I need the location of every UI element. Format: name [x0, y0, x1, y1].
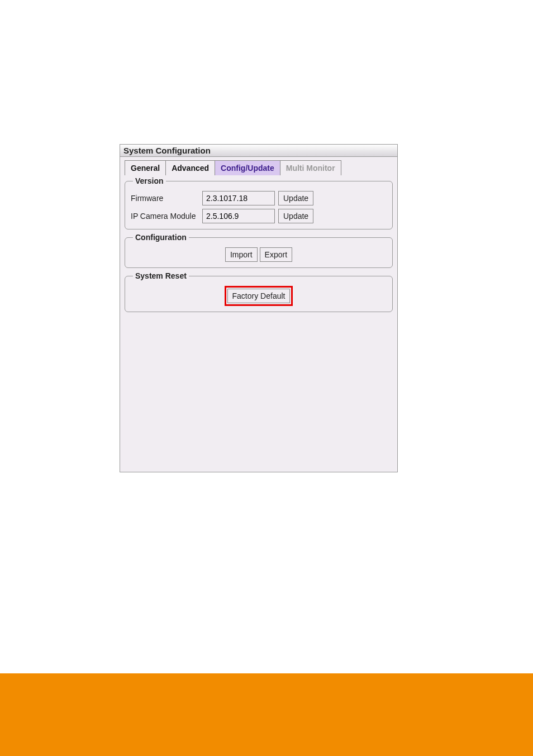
- configuration-buttons: Import Export: [131, 247, 387, 262]
- ip-camera-value: 2.5.106.9: [202, 209, 275, 223]
- version-fieldset: Version Firmware 2.3.1017.18 Update IP C…: [125, 176, 393, 229]
- firmware-value: 2.3.1017.18: [202, 191, 275, 205]
- tab-general[interactable]: General: [125, 160, 166, 175]
- tab-advanced[interactable]: Advanced: [165, 160, 215, 175]
- config-update-panel: Version Firmware 2.3.1017.18 Update IP C…: [125, 175, 393, 312]
- system-configuration-window: System Configuration General Advanced Co…: [120, 144, 398, 472]
- configuration-legend: Configuration: [133, 233, 189, 242]
- import-button[interactable]: Import: [225, 247, 258, 262]
- factory-default-highlight: Factory Default: [225, 286, 293, 306]
- configuration-fieldset: Configuration Import Export: [125, 233, 393, 268]
- firmware-row: Firmware 2.3.1017.18 Update: [131, 191, 387, 205]
- system-reset-legend: System Reset: [133, 271, 189, 280]
- factory-default-button[interactable]: Factory Default: [227, 289, 291, 303]
- tab-bar: General Advanced Config/Update Multi Mon…: [125, 160, 393, 175]
- export-button[interactable]: Export: [260, 247, 292, 262]
- system-reset-fieldset: System Reset Factory Default: [125, 271, 393, 312]
- ip-camera-label: IP Camera Module: [131, 212, 202, 221]
- ip-camera-row: IP Camera Module 2.5.106.9 Update: [131, 209, 387, 223]
- ip-camera-update-button[interactable]: Update: [278, 209, 313, 223]
- tab-config-update[interactable]: Config/Update: [215, 160, 280, 175]
- window-title: System Configuration: [120, 145, 397, 157]
- firmware-update-button[interactable]: Update: [278, 191, 313, 205]
- tab-multi-monitor: Multi Monitor: [280, 160, 341, 175]
- system-reset-buttons: Factory Default: [131, 286, 387, 306]
- firmware-label: Firmware: [131, 194, 202, 203]
- footer-bar: [0, 673, 533, 756]
- version-legend: Version: [133, 176, 166, 185]
